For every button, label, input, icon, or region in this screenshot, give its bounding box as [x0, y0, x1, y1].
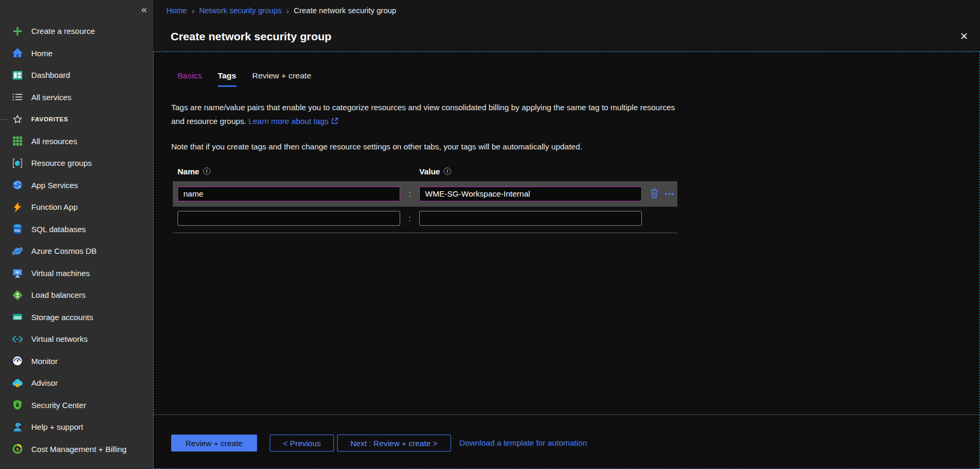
download-template-link[interactable]: Download a template for automation	[460, 435, 587, 452]
virtual-machine-icon	[12, 267, 23, 279]
azure-portal: « Create a resource Home Dashboard	[0, 0, 980, 469]
info-icon[interactable]: i	[444, 167, 451, 175]
sidebar-item-home[interactable]: Home	[0, 42, 153, 65]
tab-bar: Basics Tags Review + create	[178, 71, 979, 87]
sidebar-item-label: Function App	[31, 202, 78, 211]
sidebar-item-security-center[interactable]: Security Center	[0, 394, 153, 417]
sidebar-favorites-header: FAVORITES	[0, 108, 153, 130]
tab-review-create[interactable]: Review + create	[252, 71, 312, 87]
virtual-network-icon	[12, 333, 23, 345]
sidebar-item-virtual-networks[interactable]: Virtual networks	[0, 328, 153, 350]
tag-name-input[interactable]	[178, 187, 400, 201]
sidebar-item-label: Dashboard	[31, 70, 70, 79]
favorites-label: FAVORITES	[31, 116, 68, 122]
sidebar-item-sql-databases[interactable]: SQL SQL databases	[0, 218, 153, 241]
info-icon[interactable]: i	[203, 167, 210, 175]
sidebar-item-label: Virtual networks	[31, 334, 87, 343]
sidebar-nav: Create a resource Home Dashboard All ser…	[0, 0, 153, 460]
tags-description: Tags are name/value pairs that enable yo…	[171, 101, 688, 129]
tags-note: Note that if you create tags and then ch…	[171, 142, 979, 151]
globe-icon	[12, 179, 23, 191]
sidebar-item-advisor[interactable]: Advisor	[0, 372, 153, 394]
sidebar-item-cost-management[interactable]: $ Cost Management + Billing	[0, 438, 153, 461]
sidebar-item-label: Help + support	[31, 422, 83, 431]
sidebar-item-label: Cost Management + Billing	[31, 445, 127, 454]
sidebar-item-label: All resources	[31, 137, 77, 146]
title-bar: Create network security group ✕	[153, 21, 980, 51]
sidebar-item-label: All services	[31, 93, 72, 102]
name-value-separator: :	[400, 189, 419, 198]
svg-text:$: $	[16, 447, 19, 452]
trash-icon	[649, 188, 659, 200]
tag-name-input[interactable]	[178, 211, 400, 226]
sidebar-item-label: Storage accounts	[31, 313, 93, 322]
breadcrumb-parent-link[interactable]: Network security groups	[199, 6, 282, 15]
sidebar-item-monitor[interactable]: Monitor	[0, 350, 153, 373]
sidebar-item-all-services[interactable]: All services	[0, 86, 153, 109]
name-column-header: Name i	[178, 167, 419, 176]
tab-basics[interactable]: Basics	[178, 71, 202, 87]
sidebar-item-label: Virtual machines	[31, 269, 90, 278]
tags-table-header: Name i Value i	[173, 167, 677, 176]
star-icon	[12, 113, 23, 125]
sidebar-item-all-resources[interactable]: All resources	[0, 130, 153, 153]
sidebar-item-label: Azure Cosmos DB	[31, 246, 96, 255]
shield-lock-icon	[12, 399, 23, 411]
sidebar-item-label: SQL databases	[31, 225, 86, 234]
plus-icon	[12, 25, 23, 37]
sql-database-icon: SQL	[12, 223, 23, 235]
chevron-right-icon: ›	[192, 6, 195, 15]
gauge-icon	[12, 355, 23, 367]
tags-table: Name i Value i : •••	[173, 167, 677, 233]
grid-icon	[12, 135, 23, 147]
sidebar-item-label: Load balancers	[31, 290, 86, 299]
previous-button[interactable]: < Previous	[270, 435, 334, 452]
sidebar-item-label: Advisor	[31, 378, 58, 387]
page-title: Create network security group	[171, 30, 331, 43]
tag-row: :	[173, 208, 677, 229]
home-icon	[12, 47, 23, 59]
tag-value-input[interactable]	[419, 211, 642, 226]
next-button[interactable]: Next : Review + create >	[337, 435, 451, 452]
sidebar-item-label: App Services	[31, 181, 78, 190]
cost-ring-icon: $	[12, 443, 23, 455]
breadcrumb-home-link[interactable]: Home	[166, 6, 187, 15]
sidebar-item-dashboard[interactable]: Dashboard	[0, 64, 153, 86]
external-link-icon	[331, 115, 338, 129]
delete-tag-button[interactable]	[649, 188, 659, 200]
load-balancer-icon	[12, 289, 23, 301]
sidebar-item-label: Create a resource	[31, 26, 95, 36]
tags-description-text: Tags are name/value pairs that enable yo…	[171, 103, 675, 126]
sidebar-item-label: Security Center	[31, 401, 86, 410]
chevron-right-icon: ›	[286, 6, 289, 15]
sidebar-item-virtual-machines[interactable]: Virtual machines	[0, 262, 153, 285]
collapse-sidebar-button[interactable]: «	[141, 4, 147, 14]
sidebar-item-label: Home	[31, 49, 52, 58]
sidebar-item-storage-accounts[interactable]: Storage accounts	[0, 306, 153, 329]
more-options-icon[interactable]: •••	[665, 190, 675, 198]
create-nsg-panel: Basics Tags Review + create Tags are nam…	[153, 51, 980, 469]
sidebar-item-resource-groups[interactable]: Resource groups	[0, 152, 153, 174]
sidebar-item-azure-cosmos-db[interactable]: Azure Cosmos DB	[0, 240, 153, 262]
sidebar-item-create-a-resource[interactable]: Create a resource	[0, 20, 153, 42]
tab-tags[interactable]: Tags	[218, 71, 236, 87]
review-create-button[interactable]: Review + create	[171, 435, 257, 452]
close-icon[interactable]: ✕	[960, 31, 968, 41]
value-column-header: Value i	[419, 167, 451, 176]
breadcrumb: Home › Network security groups › Create …	[153, 0, 980, 21]
learn-more-link[interactable]: Learn more about tags	[249, 117, 329, 126]
value-header-label: Value	[419, 167, 440, 176]
sidebar-item-help-support[interactable]: Help + support	[0, 416, 153, 438]
all-services-icon	[12, 91, 23, 103]
tag-value-input[interactable]	[419, 187, 642, 201]
sidebar-item-load-balancers[interactable]: Load balancers	[0, 284, 153, 306]
name-header-label: Name	[178, 167, 199, 176]
sidebar-item-function-app[interactable]: Function App	[0, 196, 153, 218]
breadcrumb-current: Create network security group	[294, 6, 396, 15]
wizard-footer: Review + create < Previous Next : Review…	[154, 414, 979, 468]
sidebar-item-app-services[interactable]: App Services	[0, 174, 153, 197]
lightning-icon	[12, 201, 23, 213]
table-divider	[173, 233, 677, 233]
sidebar-item-label: Monitor	[31, 357, 58, 366]
svg-text:SQL: SQL	[14, 229, 21, 232]
